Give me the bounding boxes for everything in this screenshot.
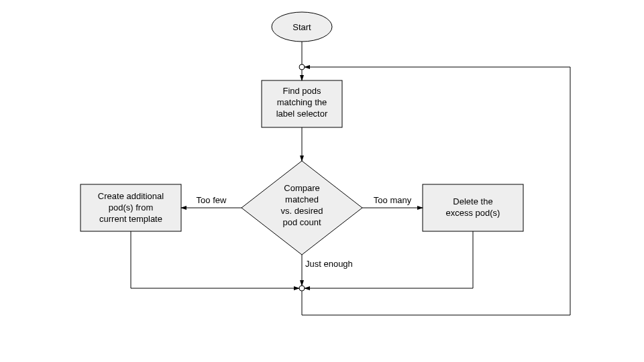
decision-line4: pod count [282,217,321,227]
edge-just-enough-label: Just enough [305,259,353,269]
process-find-line3: label selector [276,109,328,119]
process-find-line1: Find pods [282,86,321,96]
terminator-start-label: Start [292,22,311,32]
edge-too-many-label: Too many [374,195,412,205]
junction-bottom [299,286,305,291]
process-create-line3: current template [99,214,162,224]
junction-top [299,64,305,70]
process-delete-line1: Delete the [453,196,492,206]
decision-line2: matched [285,194,319,204]
decision-line1: Compare [284,183,319,193]
decision-line3: vs. desired [281,206,323,216]
process-create-line1: Create additional [98,191,164,201]
process-create-line2: pod(s) from [109,202,153,213]
edge-create-merge [131,231,299,288]
process-find-line2: matching the [277,97,327,107]
edge-too-few-label: Too few [197,195,227,205]
process-delete-line2: excess pod(s) [446,208,500,218]
